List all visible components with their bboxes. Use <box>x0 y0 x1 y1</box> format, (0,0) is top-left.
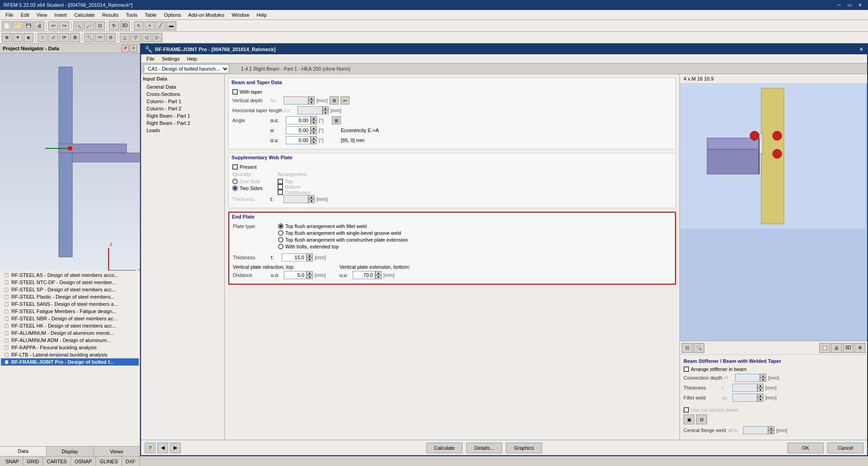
angle-o-spin-down[interactable]: ▼ <box>311 120 317 124</box>
menu-table[interactable]: Table <box>141 11 160 19</box>
vertical-depth-spin-down[interactable]: ▼ <box>308 100 315 105</box>
nav-right-beam-part2[interactable]: Right Beam - Part 2 <box>143 119 222 127</box>
dist-o-spin-down[interactable]: ▼ <box>307 275 313 279</box>
status-grid[interactable]: GRID <box>23 456 43 466</box>
angle-o-input[interactable] <box>286 116 311 124</box>
graphic-print[interactable]: 🖨 <box>831 343 842 353</box>
present-check-box[interactable] <box>232 164 238 170</box>
dist-u-input[interactable] <box>353 271 375 279</box>
tb-open[interactable]: 📁 <box>13 21 23 30</box>
angle-spin-up[interactable]: ▲ <box>311 126 317 130</box>
continuous-check-box[interactable] <box>278 190 283 195</box>
nav-column-part2[interactable]: Column - Part 2 <box>143 105 222 112</box>
graphic-zoom-in[interactable]: 🔍 <box>693 343 704 353</box>
graphic-zoom-fit[interactable]: ⊡ <box>682 343 693 353</box>
tb2-1[interactable]: ⊕ <box>2 33 12 42</box>
plate-opt-0-radio[interactable] <box>278 223 283 229</box>
tree-item-4[interactable]: 📋 RF-STEEL SANS - Design of steel member… <box>1 300 139 308</box>
graphic-copy[interactable]: 📋 <box>819 343 830 353</box>
plate-opt-1-radio[interactable] <box>278 230 283 236</box>
tb2-9[interactable]: ✂ <box>95 33 105 42</box>
tb-zoom-out[interactable]: 🔎 <box>84 21 94 30</box>
panel-pin-btn[interactable]: 📌 <box>122 45 129 52</box>
plate-opt-2-radio[interactable] <box>278 237 283 243</box>
tree-item-2[interactable]: 📋 RF-STEEL SP - Design of steel members … <box>1 286 139 293</box>
top-checkbox[interactable]: Top <box>278 179 310 184</box>
tree-item-28[interactable]: 📋 RF-FRAME-JOINT Pro - Design of bolted … <box>1 358 139 366</box>
menu-tools[interactable]: Tools <box>122 11 141 19</box>
tree-item-6[interactable]: 📋 RF-STEEL NBR - Design of steel members… <box>1 315 139 322</box>
horiz-taper-input[interactable] <box>297 106 322 114</box>
tb-save[interactable]: 💾 <box>24 21 33 30</box>
menu-file[interactable]: File <box>2 11 17 19</box>
central-flange-input[interactable] <box>743 426 768 434</box>
angle-u-spin-down[interactable]: ▼ <box>311 140 317 144</box>
two-sides-radio-btn[interactable] <box>232 185 238 191</box>
conn-depth-spin-up[interactable]: ▲ <box>760 374 766 378</box>
status-cartes[interactable]: CARTES <box>43 456 71 466</box>
cut-section-btn2[interactable]: ⊟ <box>696 414 707 424</box>
dist-u-spin-up[interactable]: ▲ <box>375 271 382 275</box>
inner-menu-file[interactable]: File <box>143 55 158 62</box>
tb-line[interactable]: ╱ <box>156 21 165 30</box>
ok-button[interactable]: OK <box>788 442 824 453</box>
nav-right-beam-part1[interactable]: Right Beam - Part 1 <box>143 112 222 119</box>
tb-zoom-in[interactable]: 🔍 <box>73 21 83 30</box>
tb2-4[interactable]: ↕ <box>38 33 47 42</box>
conn-depth-input[interactable] <box>735 374 760 382</box>
present-checkbox[interactable]: Present <box>232 164 257 170</box>
tb2-10[interactable]: ⊘ <box>106 33 116 42</box>
tree-item-0[interactable]: 📋 RF-STEEL AS - Design of steel members … <box>1 271 139 279</box>
cut-section-btn1[interactable]: ▣ <box>684 414 694 424</box>
fillet-weld-spin-down[interactable]: ▼ <box>757 398 764 402</box>
plate-opt-3-radio[interactable] <box>278 244 283 249</box>
inner-close-button[interactable]: ✕ <box>859 46 863 52</box>
use-cut-check-box[interactable] <box>684 407 689 413</box>
tb2-14[interactable]: ▷ <box>152 33 162 42</box>
tab-data[interactable]: Data <box>0 447 47 456</box>
menu-addons[interactable]: Add-on Modules <box>184 11 228 19</box>
stiff-thickness-input[interactable] <box>732 384 757 392</box>
dist-o-spin-up[interactable]: ▲ <box>307 271 313 275</box>
vertical-depth-btn1[interactable]: ⚙ <box>330 96 339 105</box>
tb-member[interactable]: ▬ <box>166 21 176 30</box>
cancel-button[interactable]: Cancel <box>827 442 863 453</box>
web-thickness-spin-up[interactable]: ▲ <box>308 195 315 199</box>
calculate-button[interactable]: Calculate <box>426 442 462 453</box>
plate-opt-3[interactable]: With bolts, extended top <box>278 244 408 249</box>
graphic-3d-view[interactable]: 3D <box>843 343 854 353</box>
tree-item-11[interactable]: 📋 RF-LTB - Lateral-torsional buckling an… <box>1 351 139 358</box>
with-taper-checkbox[interactable]: With taper <box>232 89 262 95</box>
top-check-box[interactable] <box>278 179 283 184</box>
fillet-weld-input[interactable] <box>732 394 757 402</box>
tree-item-8[interactable]: 📋 RF-ALUMINUM - Design of aluminum memb.… <box>1 329 139 337</box>
tree-item-3[interactable]: 📋 RF-STEEL Plastic - Design of steel mem… <box>1 293 139 300</box>
one-side-radio[interactable]: One Side <box>232 179 269 184</box>
web-thickness-spin-down[interactable]: ▼ <box>308 199 315 203</box>
help-icon-btn[interactable]: ? <box>145 442 156 453</box>
dist-u-spin-down[interactable]: ▼ <box>375 275 382 279</box>
arrange-stiffener-checkbox[interactable]: Arrange stiffener in beam <box>684 366 746 372</box>
tb2-7[interactable]: ⊞ <box>70 33 80 42</box>
details-button[interactable]: Details... <box>466 442 502 453</box>
tb2-12[interactable]: ▽ <box>131 33 141 42</box>
tb2-6[interactable]: ⟳ <box>59 33 69 42</box>
nav-column-part1[interactable]: Column - Part 1 <box>143 98 222 105</box>
end-thickness-input[interactable] <box>282 253 307 262</box>
horiz-taper-spin-down[interactable]: ▼ <box>322 110 329 114</box>
central-flange-spin-down[interactable]: ▼ <box>768 430 774 434</box>
stiff-thickness-spin-down[interactable]: ▼ <box>757 388 764 392</box>
two-sides-radio[interactable]: Two Sides <box>232 185 269 191</box>
tb-zoom-all[interactable]: ⊡ <box>95 21 105 30</box>
status-glines[interactable]: GLINES <box>96 456 122 466</box>
menu-calculate[interactable]: Calculate <box>71 11 99 19</box>
angle-u-spin-up[interactable]: ▲ <box>311 136 317 140</box>
restore-button[interactable]: ▭ <box>845 2 854 9</box>
menu-view[interactable]: View <box>33 11 51 19</box>
tb2-11[interactable]: △ <box>120 33 130 42</box>
nav-loads[interactable]: Loads <box>143 127 222 134</box>
tb2-5[interactable]: ⤢ <box>48 33 58 42</box>
tb2-13[interactable]: ◁ <box>142 33 151 42</box>
menu-help[interactable]: Help <box>253 11 271 19</box>
menu-insert[interactable]: Insert <box>51 11 71 19</box>
